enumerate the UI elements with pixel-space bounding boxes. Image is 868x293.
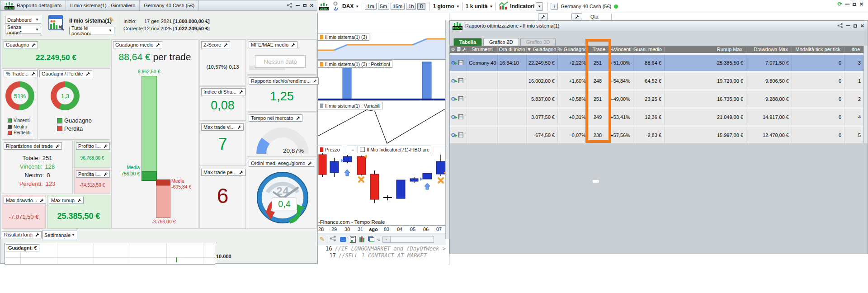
column-header[interactable]: Ora di inizio	[498, 47, 527, 52]
wrench-icon[interactable]	[86, 72, 90, 76]
code-editor[interactable]: 16//IF LONGONMARKET and (DayOfWeek >17//…	[318, 245, 446, 264]
column-header[interactable]: Runup Max	[665, 47, 746, 52]
wrench-icon[interactable]	[77, 198, 81, 203]
timeframe-button-1h[interactable]: 1h	[406, 3, 416, 10]
column-header[interactable]: doe	[844, 47, 864, 52]
comment-icon[interactable]: …	[340, 237, 346, 242]
tab-grafico-2d[interactable]: Grafico 2D	[483, 38, 519, 46]
optimization-titlebar[interactable]: DEMO Rapporto ottimizzazione - Il mio si…	[450, 21, 868, 31]
close-icon[interactable]: ✕	[859, 2, 863, 7]
column-header[interactable]: %Vincenti	[609, 47, 633, 52]
header-gear-icon[interactable]: ⚙	[451, 47, 455, 52]
maximize-icon[interactable]	[854, 24, 857, 28]
share-icon[interactable]	[330, 235, 336, 243]
gross-results-header[interactable]: Risultati lordi	[2, 231, 42, 238]
layout-select[interactable]: Senza nome*▼	[5, 26, 41, 33]
wrench-icon[interactable]	[31, 72, 35, 76]
period-select-weekly[interactable]: Settimanale▼	[42, 231, 77, 239]
share-icon[interactable]	[287, 3, 292, 9]
save-result-icon[interactable]	[458, 60, 463, 66]
indicators-dropdown-button[interactable]: ▼	[536, 2, 543, 11]
nessun-dato-button[interactable]: Nessun dato	[255, 55, 306, 68]
order-settings-wrench-button[interactable]	[571, 13, 582, 20]
titlebar-tab-instrument[interactable]: Germany 40 Cash (5€)	[140, 0, 199, 10]
scroll-left-button[interactable]: ‹	[383, 236, 391, 242]
close-icon[interactable]: ✕	[310, 3, 314, 8]
code-line-text[interactable]: //IF LONGONMARKET and (DayOfWeek >	[335, 246, 446, 252]
report-doc-icon[interactable]	[350, 236, 356, 243]
wrench-icon[interactable]	[104, 144, 108, 148]
period-select[interactable]: 1 giorno	[433, 3, 454, 9]
wrench-icon[interactable]	[32, 43, 36, 47]
chevron-down-icon[interactable]: ▼	[355, 5, 359, 9]
link-charts-icon[interactable]	[333, 1, 339, 11]
panel-pct-trade-header[interactable]: % Trade...	[4, 70, 38, 77]
timeframe-button-1m[interactable]: 1m	[365, 3, 376, 10]
panel-perdita-header[interactable]: Perdita l...	[76, 170, 110, 178]
table-row[interactable]: ⚙▶3.077,50 €+0,31%249+53,41%12,36 €21.04…	[450, 107, 864, 125]
column-header[interactable]: % Guadagno	[558, 47, 589, 52]
table-row[interactable]: ⚙▶Germany 40 C...16:34:1022.249,50 €+2,2…	[450, 53, 864, 71]
panel-ripartizione-header[interactable]: Ripartizione dei trade	[4, 142, 62, 150]
timeframe-button-15m[interactable]: 15m	[391, 3, 405, 10]
chart-settings-wrench-button[interactable]	[538, 13, 548, 20]
info-icon[interactable]: i	[551, 3, 558, 10]
panel-guadagno-header[interactable]: Guadagno	[4, 41, 38, 48]
collapse-icon[interactable]: «	[377, 236, 380, 242]
wrench-icon[interactable]	[296, 116, 300, 120]
minimize-icon[interactable]	[296, 5, 300, 6]
share-icon[interactable]	[837, 23, 843, 29]
panel-max-trade-win-header[interactable]: Max trade vi...	[201, 123, 244, 131]
header-wrench-icon[interactable]	[462, 47, 466, 52]
indicator-checkbox[interactable]	[360, 147, 365, 152]
column-header[interactable]: Modalità tick per tick	[792, 47, 844, 52]
code-line-text[interactable]: //SELL 1 CONTRACT AT MARKET	[339, 252, 427, 259]
variables-pane[interactable]: Il mio sistema(1) : Variabili	[318, 100, 446, 145]
price-pane[interactable]: Prezzo ≡ Il Mio Indicatore(71)-FIBO arc …	[318, 145, 446, 225]
report-settings-icon[interactable]	[48, 15, 66, 35]
edit-code-pencil-icon[interactable]: ✎	[318, 236, 327, 243]
wrench-icon[interactable]	[224, 43, 228, 47]
equity-pane[interactable]: Il mio sistema(1) (3)	[318, 31, 446, 60]
table-row[interactable]: ⚙▶5.837,00 €+0,58%251+49,00%23,25 €16.73…	[450, 89, 864, 107]
h-scrollbar[interactable]: ‹	[382, 236, 434, 243]
price-list-button[interactable]: ≡	[347, 146, 359, 153]
instrument-label[interactable]: Germany 40 Cash (5€)	[561, 4, 611, 9]
wrench-icon[interactable]	[56, 144, 60, 148]
column-header[interactable]: Guad. medio	[633, 47, 665, 52]
wrench-icon[interactable]	[35, 233, 39, 237]
maximize-icon[interactable]	[303, 4, 307, 7]
save-result-icon[interactable]	[458, 96, 463, 102]
panel-sharpe-header[interactable]: Indice di Sha...	[201, 88, 245, 95]
backtest-bars-icon[interactable]	[359, 236, 364, 242]
indicators-button[interactable]: Indicatori	[510, 3, 534, 9]
minimize-icon[interactable]	[845, 4, 849, 5]
maximize-icon[interactable]	[853, 3, 856, 6]
panel-max-runup-header[interactable]: Max runup	[49, 197, 84, 204]
close-icon[interactable]: ✕	[860, 24, 864, 28]
wrench-icon[interactable]	[239, 90, 243, 94]
column-header[interactable]: ▼ Guadagno	[527, 47, 558, 52]
panel-mfe-mae-header[interactable]: MFE/MAE medio	[249, 41, 297, 48]
panel-z-score-header[interactable]: Z-Score	[201, 41, 230, 48]
column-header[interactable]: Drawdown Max	[746, 47, 792, 52]
dashboard-select[interactable]: Dashboard▼	[5, 16, 41, 24]
panel-max-trade-loss-header[interactable]: Max trade pe...	[201, 169, 245, 176]
minimize-icon[interactable]	[846, 25, 850, 26]
column-header[interactable]: Strumenti	[467, 47, 498, 52]
windows-icon[interactable]	[368, 236, 374, 242]
symbol-select[interactable]: DAX	[342, 3, 354, 9]
wrench-icon[interactable]	[313, 79, 316, 83]
wrench-icon[interactable]	[239, 170, 243, 175]
table-row[interactable]: ⚙▶16.002,00 €+1,60%248+54,84%64,52 €19.7…	[450, 71, 864, 89]
save-result-icon[interactable]	[458, 132, 463, 138]
header-save-icon[interactable]	[456, 47, 461, 52]
optimization-v-scrollbar[interactable]	[863, 46, 868, 143]
timeframe-button-5m[interactable]: 5m	[378, 3, 389, 10]
positions-select[interactable]: Tutte le posizioni▼	[69, 27, 114, 34]
units-select[interactable]: 1 k unità	[466, 3, 488, 9]
panel-profitto-header[interactable]: Profitto l...	[76, 142, 110, 150]
positions-pane[interactable]: Il mio sistema(1) (3) : Posizioni	[318, 59, 446, 101]
wrench-icon[interactable]	[104, 172, 108, 176]
save-result-icon[interactable]	[458, 78, 463, 84]
